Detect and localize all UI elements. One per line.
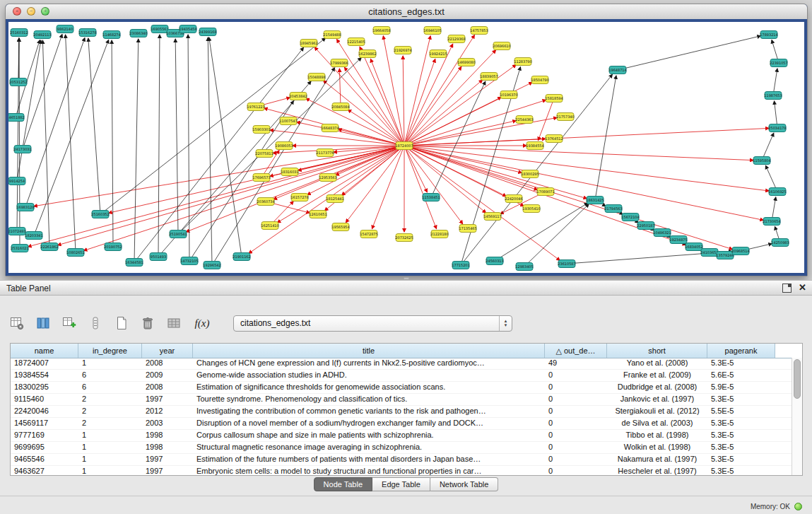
graph-node[interactable]: 20732625 [395,234,413,242]
table-row[interactable]: 1872400712008Changes of HCN gene express… [11,358,792,370]
graph-node[interactable]: 25034178 [768,124,786,132]
graph-node[interactable]: 10196370 [500,91,517,99]
new-table-button[interactable] [112,313,131,333]
graph-node[interactable]: 12215405 [347,38,365,46]
graph-node[interactable]: 20531252 [9,78,27,86]
column-header-year[interactable]: year [142,344,193,358]
graph-node[interactable]: 18631425 [586,197,604,204]
scrollbar-thumb[interactable] [794,359,801,399]
graph-node[interactable]: 17715201 [452,262,469,269]
graph-node[interactable]: 11595804 [753,157,770,165]
graph-node[interactable]: 14569117 [483,213,501,221]
table-row[interactable]: 1938455462009Genome-wide association stu… [11,370,792,382]
row-height-button[interactable] [86,313,105,333]
graph-node[interactable]: 24399168 [199,28,216,36]
graph-node[interactable]: 18839057 [480,73,498,81]
graph-node[interactable]: 14651882 [8,114,25,122]
memory-ok-indicator-icon[interactable] [794,503,802,510]
graph-node[interactable]: 15672104 [621,214,639,221]
graph-node[interactable]: 11283790 [514,58,531,66]
graph-node[interactable]: 20845084 [331,103,349,111]
graph-node[interactable]: 12953563 [319,174,336,182]
graph-node[interactable]: 11538451 [422,194,440,201]
graph-node[interactable]: 20190752 [104,243,122,251]
graph-node[interactable]: 9914254 [8,177,25,185]
graph-node[interactable]: 21228180 [430,230,448,238]
graph-node[interactable]: 21072493 [8,228,26,235]
graph-node[interactable]: 22391057 [770,59,787,67]
graph-node[interactable]: 15316278 [78,29,96,37]
graph-node[interactable]: 14757853 [470,27,488,35]
graph-node[interactable]: 18504790 [531,76,548,84]
column-header-pagerank[interactable]: pagerank [707,344,775,358]
float-panel-icon[interactable] [782,284,792,293]
graph-node[interactable]: 16106925 [768,188,786,196]
graph-node[interactable]: 15903301 [252,126,270,134]
graph-node[interactable]: 11987653 [764,92,782,100]
tab-network-table[interactable]: Network Table [430,477,499,491]
graph-node[interactable]: 22950187 [637,222,654,230]
graph-node[interactable]: 21549488 [323,31,341,39]
table-row[interactable]: 946554611997Estimation of the future num… [11,454,792,466]
graph-node[interactable]: 16239862 [358,50,376,58]
table-selector-combo[interactable]: citations_edges.txt ▲▼ [233,315,512,332]
graph-node[interactable]: 19664058 [372,27,390,35]
graph-node[interactable]: 17696573 [252,174,270,182]
table-mode-button[interactable] [7,313,27,333]
column-header-in_degree[interactable]: in_degree [78,344,142,358]
graph-node[interactable]: 19761223 [247,103,264,111]
graph-node[interactable]: 17893214 [760,31,777,39]
graph-node[interactable]: 16251410 [261,222,278,230]
graph-node[interactable]: 22129368 [447,35,465,43]
graph-node[interactable]: 15818594 [545,95,563,103]
column-header-out_de[interactable]: △out_de… [545,344,607,358]
graph-node[interactable]: 19296542 [203,262,220,269]
graph-node[interactable]: 14732105 [180,257,198,265]
graph-node[interactable]: 24173031 [13,146,31,153]
graph-node[interactable]: 25160352 [91,211,109,218]
graph-node[interactable]: 18300295 [521,170,539,178]
graph-node[interactable]: 18203341 [25,232,42,240]
graph-node[interactable]: 15472875 [360,230,377,238]
table-row[interactable]: 946362711997Embryonic stem cells: a mode… [11,466,792,475]
network-canvas[interactable]: 1872400719384554183002952242004614569117… [8,22,806,274]
tab-edge-table[interactable]: Edge Table [372,477,430,491]
graph-node[interactable]: 16983128 [16,204,34,211]
graph-node[interactable]: 16344581 [125,259,143,267]
table-vertical-scrollbar[interactable] [792,358,802,475]
graph-node[interactable]: 19234875 [669,236,687,244]
graph-node[interactable]: 19565954 [331,223,349,231]
graph-node[interactable]: 18724007 [395,142,413,150]
graph-node[interactable]: 20968514 [731,247,749,255]
graph-node[interactable]: 21901162 [233,253,250,261]
graph-node[interactable]: 13764512 [545,135,563,143]
graph-node[interactable]: 20453842 [289,93,307,100]
graph-node[interactable]: 19648714 [608,66,626,74]
graph-node[interactable]: 20360734 [257,198,274,206]
column-header-name[interactable]: name [11,344,78,358]
graph-node[interactable]: 11007547 [279,117,297,125]
graph-node[interactable]: 15048898 [307,74,325,81]
delete-column-button[interactable] [138,313,158,333]
close-panel-icon[interactable]: ✕ [799,283,806,293]
graph-node[interactable]: 20696610 [493,42,510,50]
graph-node[interactable]: 17089071 [536,188,554,196]
graph-node[interactable]: 25190541 [169,230,187,238]
graph-node[interactable]: 21173776 [316,149,334,157]
table-row[interactable]: 1830029562008Estimation of significance … [11,382,792,394]
graph-node[interactable]: 22075811 [255,150,273,158]
graph-node[interactable]: 16157278 [290,194,308,201]
function-builder-button[interactable]: f(x) [190,313,214,333]
graph-node[interactable]: 22420046 [505,195,522,203]
graph-node[interactable]: 24560313 [486,257,503,265]
graph-node[interactable]: 22261862 [40,243,58,251]
graph-node[interactable]: 25316021 [11,245,28,252]
graph-node[interactable]: 18316031 [281,168,298,176]
table-row[interactable]: 969969511998Structural magnetic resonanc… [11,442,792,454]
graph-node[interactable]: 21926974 [394,47,411,54]
window-titlebar[interactable]: × − + citations_edges.txt [6,4,807,20]
graph-node[interactable]: 19435458 [179,25,196,33]
graph-node[interactable]: 10802651 [66,249,84,257]
graph-node[interactable]: 9862140 [57,25,73,33]
table-row[interactable]: 911546021997Tourette syndrome. Phenomeno… [11,394,792,406]
